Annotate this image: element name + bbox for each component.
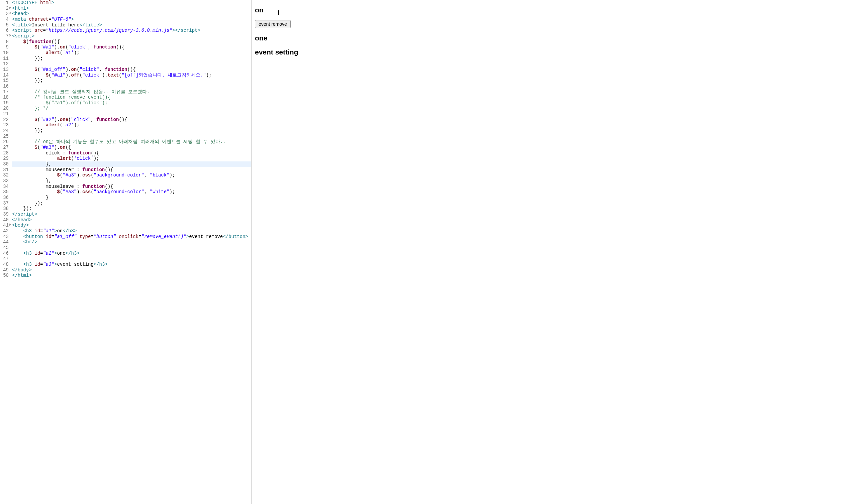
code-content[interactable] bbox=[12, 61, 251, 67]
code-line[interactable]: 20 }; */ bbox=[0, 106, 251, 111]
code-line[interactable]: 21 bbox=[0, 111, 251, 117]
code-content[interactable]: }; */ bbox=[12, 106, 251, 111]
code-line[interactable]: 18 /* function remove_event(){ bbox=[0, 94, 251, 100]
fold-gutter[interactable]: ⊖ bbox=[9, 11, 12, 17]
code-content[interactable]: $(function(){ bbox=[12, 39, 251, 45]
fold-gutter[interactable]: ⊖ bbox=[9, 6, 12, 11]
code-content[interactable]: </script> bbox=[12, 212, 251, 217]
code-line[interactable]: 32 $("#a3").css("background-color", "bla… bbox=[0, 173, 251, 178]
code-line[interactable]: 45 bbox=[0, 245, 251, 251]
code-content[interactable]: }, bbox=[12, 161, 251, 167]
code-content[interactable]: $("#a3").css("background-color", "black"… bbox=[12, 173, 251, 178]
code-line[interactable]: 25 bbox=[0, 134, 251, 139]
code-line[interactable]: 37 }); bbox=[0, 200, 251, 206]
code-line[interactable]: 33 }, bbox=[0, 178, 251, 184]
code-line[interactable]: 16 bbox=[0, 84, 251, 89]
code-content[interactable]: $("#a1").on("click", function(){ bbox=[12, 44, 251, 50]
code-content[interactable]: }); bbox=[12, 200, 251, 206]
code-content[interactable]: click : function(){ bbox=[12, 150, 251, 156]
code-line[interactable]: 47 bbox=[0, 256, 251, 262]
fold-gutter[interactable]: ⊖ bbox=[9, 222, 12, 228]
code-content[interactable]: <h3 id="a2">one</h3> bbox=[12, 251, 251, 256]
code-line[interactable]: 35 $("#a3").css("background-color", "whi… bbox=[0, 189, 251, 195]
code-content[interactable]: <script> bbox=[12, 33, 251, 39]
code-content[interactable]: $("#a3").on({ bbox=[12, 145, 251, 150]
code-content[interactable]: }, bbox=[12, 178, 251, 184]
code-line[interactable]: 36 } bbox=[0, 195, 251, 200]
code-line[interactable]: 30 }, bbox=[0, 161, 251, 167]
code-content[interactable]: }); bbox=[12, 128, 251, 134]
code-content[interactable]: // on은 하나의 기능을 할수도 있고 아래처럼 여러개의 이벤트를 세팅 … bbox=[12, 139, 251, 145]
code-line[interactable]: 1<!DOCTYPE html> bbox=[0, 0, 251, 6]
code-content[interactable]: }); bbox=[12, 56, 251, 61]
code-line[interactable]: 19 $("#a1").off("click"); bbox=[0, 100, 251, 106]
code-line[interactable]: 49</body> bbox=[0, 267, 251, 273]
code-content[interactable]: alert('a2'); bbox=[12, 122, 251, 128]
code-line[interactable]: 15 }); bbox=[0, 78, 251, 84]
code-line[interactable]: 3⊖<head> bbox=[0, 11, 251, 17]
code-line[interactable]: 8 $(function(){ bbox=[0, 39, 251, 45]
heading-event-setting[interactable]: event setting bbox=[255, 48, 850, 56]
code-line[interactable]: 43 <button id="a1_off" type="button" onc… bbox=[0, 234, 251, 240]
code-line[interactable]: 38 }); bbox=[0, 206, 251, 212]
code-line[interactable]: 14 $("#a1").off("click").text("[off]되었습니… bbox=[0, 73, 251, 78]
code-content[interactable]: /* function remove_event(){ bbox=[12, 94, 251, 100]
code-line[interactable]: 28 click : function(){ bbox=[0, 150, 251, 156]
code-line[interactable]: 24 }); bbox=[0, 128, 251, 134]
code-line[interactable]: 4<meta charset="UTF-8"> bbox=[0, 17, 251, 22]
code-content[interactable]: mouseleave : function(){ bbox=[12, 184, 251, 190]
code-content[interactable] bbox=[12, 245, 251, 251]
code-line[interactable]: 44 <br/> bbox=[0, 239, 251, 245]
code-content[interactable]: mouseenter : function(){ bbox=[12, 167, 251, 173]
code-content[interactable] bbox=[12, 84, 251, 89]
code-content[interactable]: </head> bbox=[12, 217, 251, 223]
code-content[interactable]: } bbox=[12, 195, 251, 200]
code-content[interactable]: <meta charset="UTF-8"> bbox=[12, 17, 251, 22]
code-content[interactable]: </html> bbox=[12, 273, 251, 278]
code-content[interactable]: alert('click'); bbox=[12, 156, 251, 161]
code-content[interactable]: <br/> bbox=[12, 239, 251, 245]
code-line[interactable]: 42 <h3 id="a1">on</h3> bbox=[0, 228, 251, 234]
code-content[interactable]: <head> bbox=[12, 11, 251, 17]
code-content[interactable]: <button id="a1_off" type="button" onclic… bbox=[12, 234, 251, 240]
code-content[interactable]: $("#a2").one("click", function(){ bbox=[12, 117, 251, 123]
code-line[interactable]: 50</html> bbox=[0, 273, 251, 278]
code-content[interactable]: }); bbox=[12, 206, 251, 212]
code-line[interactable]: 23 alert('a2'); bbox=[0, 122, 251, 128]
event-remove-button[interactable]: event remove bbox=[255, 20, 291, 28]
code-line[interactable]: 11 }); bbox=[0, 56, 251, 61]
code-line[interactable]: 26 // on은 하나의 기능을 할수도 있고 아래처럼 여러개의 이벤트를 … bbox=[0, 139, 251, 145]
code-line[interactable]: 13 $("#a1_off").on("click", function(){ bbox=[0, 67, 251, 73]
code-editor-pane[interactable]: 1<!DOCTYPE html>2⊖<html>3⊖<head>4<meta c… bbox=[0, 0, 251, 504]
code-line[interactable]: 34 mouseleave : function(){ bbox=[0, 184, 251, 190]
code-line[interactable]: 7⊖<script> bbox=[0, 33, 251, 39]
code-content[interactable]: <body> bbox=[12, 222, 251, 228]
code-content[interactable]: <script src="https://code.jquery.com/jqu… bbox=[12, 28, 251, 33]
code-line[interactable]: 12 bbox=[0, 61, 251, 67]
code-content[interactable]: <h3 id="a1">on</h3> bbox=[12, 228, 251, 234]
code-content[interactable]: <html> bbox=[12, 6, 251, 11]
code-line[interactable]: 2⊖<html> bbox=[0, 6, 251, 11]
code-content[interactable] bbox=[12, 111, 251, 117]
code-content[interactable]: </body> bbox=[12, 267, 251, 273]
heading-one[interactable]: one bbox=[255, 34, 850, 42]
code-content[interactable]: <!DOCTYPE html> bbox=[12, 0, 251, 6]
code-line[interactable]: 9 $("#a1").on("click", function(){ bbox=[0, 44, 251, 50]
fold-gutter[interactable]: ⊖ bbox=[9, 33, 12, 39]
code-line[interactable]: 41⊖<body> bbox=[0, 222, 251, 228]
code-content[interactable]: alert('a1'); bbox=[12, 50, 251, 56]
code-content[interactable]: <title>Insert title here</title> bbox=[12, 22, 251, 28]
code-content[interactable]: <h3 id="a3">event setting</h3> bbox=[12, 262, 251, 267]
code-content[interactable]: $("#a1_off").on("click", function(){ bbox=[12, 67, 251, 73]
code-content[interactable] bbox=[12, 256, 251, 262]
code-line[interactable]: 31 mouseenter : function(){ bbox=[0, 167, 251, 173]
heading-on[interactable]: on bbox=[255, 6, 850, 14]
code-line[interactable]: 39</script> bbox=[0, 212, 251, 217]
code-line[interactable]: 5<title>Insert title here</title> bbox=[0, 22, 251, 28]
code-line[interactable]: 10 alert('a1'); bbox=[0, 50, 251, 56]
code-line[interactable]: 17 // 강사님 코드 실행되지 않음.. 이유를 모르겠다. bbox=[0, 89, 251, 95]
code-content[interactable]: $("#a1").off("click"); bbox=[12, 100, 251, 106]
code-content[interactable]: $("#a1").off("click").text("[off]되었습니다. … bbox=[12, 73, 251, 78]
code-content[interactable]: }); bbox=[12, 78, 251, 84]
code-line[interactable]: 48 <h3 id="a3">event setting</h3> bbox=[0, 262, 251, 267]
